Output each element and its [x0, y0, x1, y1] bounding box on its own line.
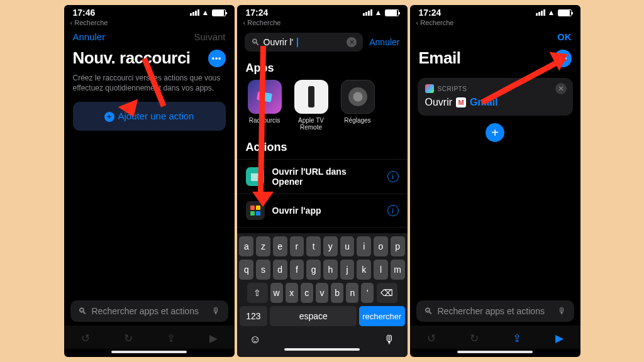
app-shortcuts[interactable]: Raccourcis	[246, 80, 284, 131]
key-k[interactable]: k	[357, 260, 371, 280]
page-title: Nouv. raccourci	[73, 48, 191, 68]
backspace-key[interactable]: ⌫	[377, 283, 397, 303]
text-caret	[297, 38, 298, 47]
action-label: Ouvrir l'app	[272, 206, 321, 216]
key-u[interactable]: u	[340, 236, 355, 256]
key-a[interactable]: a	[239, 236, 253, 256]
add-action-label: Ajouter une action	[118, 111, 194, 121]
more-options-button[interactable]: •••	[208, 50, 226, 67]
add-action-button[interactable]: +Ajouter une action	[73, 102, 226, 131]
key-t[interactable]: t	[306, 236, 321, 256]
status-bar: 17:24 ▲	[410, 5, 580, 18]
home-indicator[interactable]	[284, 348, 360, 351]
apps-grid: Raccourcis Apple TV Remote Réglages	[237, 80, 408, 136]
status-icons: ▲	[190, 8, 226, 17]
home-indicator[interactable]	[111, 351, 187, 353]
search-field[interactable]: 🔍︎ Rechercher apps et actions 🎙︎	[70, 300, 228, 322]
key-r[interactable]: r	[290, 236, 304, 256]
redo-icon[interactable]: ↻	[470, 332, 479, 345]
clear-search-button[interactable]: ✕	[347, 37, 357, 47]
shortcut-title[interactable]: Email	[419, 48, 461, 68]
share-icon[interactable]: ⇪	[167, 332, 175, 345]
key-q[interactable]: q	[239, 260, 253, 280]
status-time: 17:46	[73, 8, 96, 18]
key-j[interactable]: j	[340, 260, 355, 280]
status-bar: 17:24 ▲	[237, 5, 408, 18]
phone-screen-2: 17:24 ▲ Recherche 🔍︎ Ouvrir l' ✕ Annuler…	[237, 5, 408, 357]
search-icon: 🔍︎	[251, 37, 260, 47]
breadcrumb[interactable]: Recherche	[237, 18, 408, 28]
battery-icon	[385, 9, 399, 16]
emoji-key[interactable]: ☺	[250, 333, 261, 346]
search-key[interactable]: rechercher	[359, 306, 404, 326]
key-w[interactable]: w	[270, 283, 283, 303]
key-z[interactable]: z	[256, 236, 270, 256]
key-y[interactable]: y	[323, 236, 338, 256]
breadcrumb[interactable]: Recherche	[410, 18, 580, 28]
signal-icon	[190, 9, 199, 16]
shortcuts-app-icon	[248, 80, 282, 114]
card-caption: SCRIPTS	[438, 85, 467, 92]
key-'[interactable]: '	[361, 283, 374, 303]
cancel-button[interactable]: Annuler	[369, 37, 399, 47]
wifi-icon: ▲	[375, 8, 382, 17]
space-key[interactable]: espace	[270, 306, 357, 326]
undo-icon[interactable]: ↺	[427, 332, 436, 345]
apps-grid-icon	[246, 201, 265, 220]
search-query-text: Ouvrir l'	[264, 37, 294, 47]
gear-icon	[348, 87, 367, 106]
action-card-open-app[interactable]: SCRIPTS Ouvrir M Gmail ✕	[418, 78, 573, 116]
key-m[interactable]: m	[391, 260, 405, 280]
key-o[interactable]: o	[374, 236, 388, 256]
app-settings[interactable]: Réglages	[339, 80, 377, 131]
dictation-key[interactable]: 🎙︎	[384, 333, 395, 346]
nav-row: Annuler Suivant	[64, 28, 235, 46]
action-row-open-url-opener[interactable]: ▦ Ouvrir l'URL dans Opener i	[237, 159, 408, 194]
app-appletv-remote[interactable]: Apple TV Remote	[292, 80, 330, 131]
key-g[interactable]: g	[306, 260, 321, 280]
key-i[interactable]: i	[357, 236, 371, 256]
key-p[interactable]: p	[391, 236, 405, 256]
share-icon[interactable]: ⇪	[513, 332, 521, 345]
key-s[interactable]: s	[256, 260, 270, 280]
remove-action-button[interactable]: ✕	[555, 83, 567, 94]
cancel-button[interactable]: Annuler	[73, 31, 106, 42]
more-options-button[interactable]: •••	[554, 50, 572, 67]
signal-icon	[363, 9, 372, 16]
key-l[interactable]: l	[374, 260, 388, 280]
search-input[interactable]: 🔍︎ Ouvrir l' ✕	[245, 33, 364, 52]
info-icon[interactable]: i	[387, 171, 399, 182]
key-n[interactable]: n	[346, 283, 358, 303]
play-icon[interactable]: ▶	[555, 332, 564, 345]
settings-app-icon	[341, 80, 375, 114]
info-icon[interactable]: i	[387, 205, 399, 216]
numbers-key[interactable]: 123	[240, 306, 268, 326]
key-h[interactable]: h	[323, 260, 338, 280]
key-c[interactable]: c	[301, 283, 313, 303]
play-icon[interactable]: ▶	[209, 332, 218, 345]
key-d[interactable]: d	[273, 260, 287, 280]
bottom-toolbar: ↺ ↻ ⇪ ▶	[64, 326, 235, 349]
ok-button[interactable]: OK	[557, 31, 572, 42]
next-button[interactable]: Suivant	[194, 31, 225, 42]
search-icon: 🔍︎	[424, 306, 433, 316]
mic-icon[interactable]: 🎙︎	[212, 306, 221, 316]
key-b[interactable]: b	[331, 283, 343, 303]
home-indicator[interactable]	[457, 351, 533, 353]
card-verb: Ouvrir	[425, 97, 453, 108]
phone-screen-1: 17:46 ▲ Recherche Annuler Suivant Nouv. …	[64, 5, 235, 357]
battery-icon	[212, 9, 226, 16]
undo-icon[interactable]: ↺	[81, 332, 90, 345]
card-app-token[interactable]: Gmail	[470, 97, 497, 108]
shift-key[interactable]: ⇧	[247, 283, 268, 303]
search-field[interactable]: 🔍︎ Rechercher apps et actions 🎙︎	[416, 300, 574, 322]
key-e[interactable]: e	[273, 236, 287, 256]
mic-icon[interactable]: 🎙︎	[558, 306, 567, 316]
redo-icon[interactable]: ↻	[124, 332, 133, 345]
key-v[interactable]: v	[316, 283, 328, 303]
breadcrumb[interactable]: Recherche	[64, 18, 235, 28]
add-action-fab[interactable]: +	[486, 123, 504, 142]
key-f[interactable]: f	[290, 260, 304, 280]
key-x[interactable]: x	[286, 283, 298, 303]
action-row-open-app[interactable]: Ouvrir l'app i	[237, 194, 408, 227]
